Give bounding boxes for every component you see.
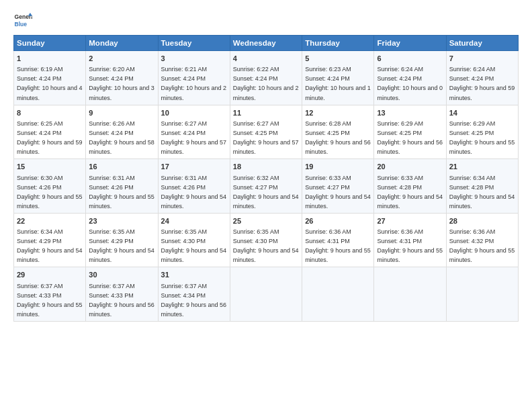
calendar-cell <box>374 267 446 322</box>
day-number: 8 <box>17 108 83 118</box>
calendar-week-5: 29Sunrise: 6:37 AMSunset: 4:33 PMDayligh… <box>14 267 519 322</box>
cell-content: Sunrise: 6:24 AMSunset: 4:24 PMDaylight:… <box>449 66 515 101</box>
calendar-cell: 17Sunrise: 6:31 AMSunset: 4:26 PMDayligh… <box>158 159 230 214</box>
day-number: 20 <box>377 162 443 172</box>
day-number: 19 <box>305 162 371 172</box>
calendar-cell <box>446 267 518 322</box>
cell-content: Sunrise: 6:24 AMSunset: 4:24 PMDaylight:… <box>377 66 443 101</box>
cell-content: Sunrise: 6:29 AMSunset: 4:25 PMDaylight:… <box>377 120 443 155</box>
cell-content: Sunrise: 6:29 AMSunset: 4:25 PMDaylight:… <box>449 120 515 155</box>
calendar-week-1: 1Sunrise: 6:19 AMSunset: 4:24 PMDaylight… <box>14 51 519 105</box>
cell-content: Sunrise: 6:37 AMSunset: 4:33 PMDaylight:… <box>17 283 83 318</box>
day-number: 27 <box>377 216 443 226</box>
day-number: 30 <box>89 270 154 280</box>
day-number: 7 <box>449 54 515 64</box>
col-header-saturday: Saturday <box>446 36 518 51</box>
calendar-cell: 25Sunrise: 6:35 AMSunset: 4:30 PMDayligh… <box>230 213 302 267</box>
cell-content: Sunrise: 6:31 AMSunset: 4:26 PMDaylight:… <box>161 175 227 210</box>
cell-content: Sunrise: 6:20 AMSunset: 4:24 PMDaylight:… <box>89 66 154 101</box>
header: General Blue <box>13 11 519 30</box>
cell-content: Sunrise: 6:33 AMSunset: 4:28 PMDaylight:… <box>377 175 443 210</box>
calendar-cell <box>230 267 302 322</box>
cell-content: Sunrise: 6:34 AMSunset: 4:28 PMDaylight:… <box>449 175 515 210</box>
calendar-cell: 18Sunrise: 6:32 AMSunset: 4:27 PMDayligh… <box>230 159 302 214</box>
col-header-thursday: Thursday <box>302 36 374 51</box>
day-number: 25 <box>233 216 299 226</box>
calendar-cell: 12Sunrise: 6:28 AMSunset: 4:25 PMDayligh… <box>302 105 374 159</box>
calendar-cell: 20Sunrise: 6:33 AMSunset: 4:28 PMDayligh… <box>374 159 446 214</box>
day-number: 11 <box>233 108 299 118</box>
calendar-cell: 27Sunrise: 6:36 AMSunset: 4:31 PMDayligh… <box>374 213 446 267</box>
day-number: 6 <box>377 54 443 64</box>
calendar-cell: 4Sunrise: 6:22 AMSunset: 4:24 PMDaylight… <box>230 51 302 105</box>
day-number: 15 <box>17 162 83 172</box>
day-number: 3 <box>161 54 227 64</box>
calendar-cell: 16Sunrise: 6:31 AMSunset: 4:26 PMDayligh… <box>86 159 158 214</box>
cell-content: Sunrise: 6:35 AMSunset: 4:30 PMDaylight:… <box>233 228 299 263</box>
day-number: 10 <box>161 108 227 118</box>
calendar-week-4: 22Sunrise: 6:34 AMSunset: 4:29 PMDayligh… <box>14 213 519 267</box>
cell-content: Sunrise: 6:37 AMSunset: 4:33 PMDaylight:… <box>89 283 154 318</box>
cell-content: Sunrise: 6:33 AMSunset: 4:27 PMDaylight:… <box>305 175 371 210</box>
calendar-cell: 8Sunrise: 6:25 AMSunset: 4:24 PMDaylight… <box>14 105 86 159</box>
calendar-cell: 3Sunrise: 6:21 AMSunset: 4:24 PMDaylight… <box>158 51 230 105</box>
col-header-monday: Monday <box>86 36 158 51</box>
cell-content: Sunrise: 6:30 AMSunset: 4:26 PMDaylight:… <box>17 175 83 210</box>
cell-content: Sunrise: 6:32 AMSunset: 4:27 PMDaylight:… <box>233 175 299 210</box>
day-number: 17 <box>161 162 227 172</box>
cell-content: Sunrise: 6:27 AMSunset: 4:25 PMDaylight:… <box>233 120 299 155</box>
logo: General Blue <box>13 11 32 30</box>
cell-content: Sunrise: 6:27 AMSunset: 4:24 PMDaylight:… <box>161 120 227 155</box>
day-number: 24 <box>161 216 227 226</box>
day-number: 2 <box>89 54 154 64</box>
calendar-cell: 15Sunrise: 6:30 AMSunset: 4:26 PMDayligh… <box>14 159 86 214</box>
cell-content: Sunrise: 6:26 AMSunset: 4:24 PMDaylight:… <box>89 120 154 155</box>
col-header-wednesday: Wednesday <box>230 36 302 51</box>
day-number: 28 <box>449 216 515 226</box>
calendar-week-3: 15Sunrise: 6:30 AMSunset: 4:26 PMDayligh… <box>14 159 519 214</box>
calendar-cell: 26Sunrise: 6:36 AMSunset: 4:31 PMDayligh… <box>302 213 374 267</box>
cell-content: Sunrise: 6:36 AMSunset: 4:32 PMDaylight:… <box>449 228 515 263</box>
day-number: 14 <box>449 108 515 118</box>
calendar-cell: 1Sunrise: 6:19 AMSunset: 4:24 PMDaylight… <box>14 51 86 105</box>
calendar-cell: 6Sunrise: 6:24 AMSunset: 4:24 PMDaylight… <box>374 51 446 105</box>
svg-text:Blue: Blue <box>15 21 28 28</box>
day-number: 29 <box>17 270 83 280</box>
page: General Blue SundayMondayTuesdayWednesda… <box>0 0 532 411</box>
cell-content: Sunrise: 6:35 AMSunset: 4:30 PMDaylight:… <box>161 228 227 263</box>
calendar-cell: 29Sunrise: 6:37 AMSunset: 4:33 PMDayligh… <box>14 267 86 322</box>
cell-content: Sunrise: 6:25 AMSunset: 4:24 PMDaylight:… <box>17 120 83 155</box>
generalblue-logo-icon: General Blue <box>13 11 32 30</box>
cell-content: Sunrise: 6:28 AMSunset: 4:25 PMDaylight:… <box>305 120 371 155</box>
col-header-tuesday: Tuesday <box>158 36 230 51</box>
cell-content: Sunrise: 6:19 AMSunset: 4:24 PMDaylight:… <box>17 66 83 101</box>
calendar-cell: 23Sunrise: 6:35 AMSunset: 4:29 PMDayligh… <box>86 213 158 267</box>
calendar-cell: 7Sunrise: 6:24 AMSunset: 4:24 PMDaylight… <box>446 51 518 105</box>
day-number: 4 <box>233 54 299 64</box>
calendar-cell: 19Sunrise: 6:33 AMSunset: 4:27 PMDayligh… <box>302 159 374 214</box>
col-header-sunday: Sunday <box>14 36 86 51</box>
calendar-cell: 5Sunrise: 6:23 AMSunset: 4:24 PMDaylight… <box>302 51 374 105</box>
day-number: 18 <box>233 162 299 172</box>
cell-content: Sunrise: 6:36 AMSunset: 4:31 PMDaylight:… <box>305 228 371 263</box>
day-number: 1 <box>17 54 83 64</box>
cell-content: Sunrise: 6:35 AMSunset: 4:29 PMDaylight:… <box>89 228 154 263</box>
cell-content: Sunrise: 6:31 AMSunset: 4:26 PMDaylight:… <box>89 175 154 210</box>
calendar-cell: 31Sunrise: 6:37 AMSunset: 4:34 PMDayligh… <box>158 267 230 322</box>
calendar-cell: 2Sunrise: 6:20 AMSunset: 4:24 PMDaylight… <box>86 51 158 105</box>
day-number: 31 <box>161 270 227 280</box>
calendar-cell: 21Sunrise: 6:34 AMSunset: 4:28 PMDayligh… <box>446 159 518 214</box>
cell-content: Sunrise: 6:21 AMSunset: 4:24 PMDaylight:… <box>161 66 227 101</box>
day-number: 13 <box>377 108 443 118</box>
calendar-cell <box>302 267 374 322</box>
cell-content: Sunrise: 6:22 AMSunset: 4:24 PMDaylight:… <box>233 66 299 101</box>
calendar-cell: 13Sunrise: 6:29 AMSunset: 4:25 PMDayligh… <box>374 105 446 159</box>
day-number: 22 <box>17 216 83 226</box>
day-number: 5 <box>305 54 371 64</box>
calendar-cell: 9Sunrise: 6:26 AMSunset: 4:24 PMDaylight… <box>86 105 158 159</box>
cell-content: Sunrise: 6:37 AMSunset: 4:34 PMDaylight:… <box>161 283 227 318</box>
calendar-cell: 30Sunrise: 6:37 AMSunset: 4:33 PMDayligh… <box>86 267 158 322</box>
calendar-week-2: 8Sunrise: 6:25 AMSunset: 4:24 PMDaylight… <box>14 105 519 159</box>
day-number: 23 <box>89 216 154 226</box>
calendar-cell: 24Sunrise: 6:35 AMSunset: 4:30 PMDayligh… <box>158 213 230 267</box>
